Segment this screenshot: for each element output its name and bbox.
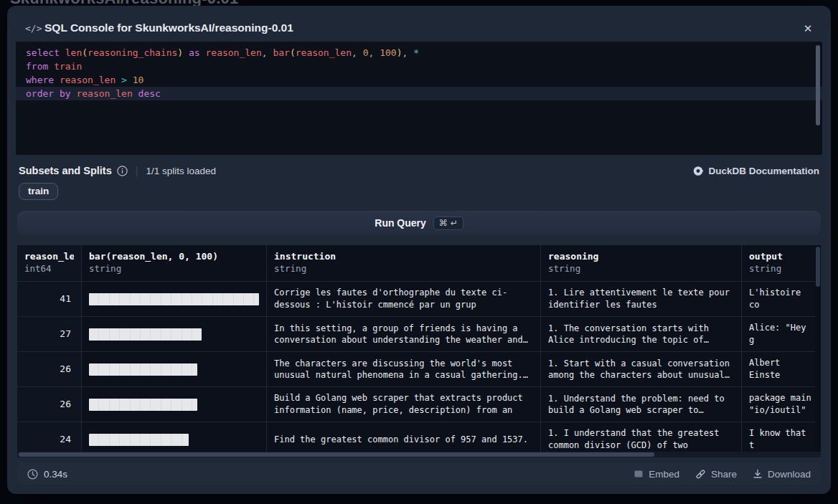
table-row[interactable]: 41Corrige les fautes d'orthographe du te… <box>17 281 821 316</box>
divider: | <box>136 165 138 176</box>
table-cell-instruction: The characters are discussing the world'… <box>266 352 540 386</box>
share-button[interactable]: Share <box>695 469 737 480</box>
page-backdrop: SkunkworksAI/reasoning-0.01 </> SQL Cons… <box>0 0 838 504</box>
table-cell-bar <box>81 352 266 386</box>
table-body: 41Corrige les fautes d'orthographe du te… <box>17 281 821 457</box>
sql-editor[interactable]: select len(reasoning_chains) as reason_l… <box>16 42 822 155</box>
column-header-bar-reason-len-0-100-: bar(reason_len, 0, 100)string <box>81 245 266 281</box>
splits-loaded-status: 1/1 splits loaded <box>146 166 216 176</box>
bar-fill <box>89 434 189 446</box>
column-header-output: outputstring <box>741 245 821 281</box>
embed-button[interactable]: Embed <box>634 469 679 480</box>
table-cell-bar <box>81 317 266 351</box>
results-table: reason_lenint64bar(reason_len, 0, 100)st… <box>17 245 821 457</box>
subsets-row: Subsets and Splits | 1/1 splits loaded D… <box>19 163 819 179</box>
table-cell-reasoning: 1. Start with a casual conversation amon… <box>540 352 741 386</box>
table-cell-reason-len: 26 <box>17 352 81 386</box>
column-header-reasoning: reasoningstring <box>540 245 741 281</box>
column-header-reason-len: reason_lenint64 <box>17 245 81 281</box>
table-row[interactable]: 26Build a Golang web scraper that extrac… <box>17 386 821 422</box>
table-cell-instruction: Corrige les fautes d'orthographe du text… <box>266 282 540 316</box>
split-chip-train[interactable]: train <box>19 183 58 200</box>
duckdb-logo-icon <box>693 166 704 176</box>
table-cell-output: L'histoire co informatique <box>741 282 821 316</box>
table-cell-reasoning: 1. Lire attentivement le texte pour iden… <box>540 282 741 316</box>
code-line: from train <box>16 60 822 73</box>
duckdb-doc-link[interactable]: DuckDB Documentation <box>693 166 819 176</box>
table-cell-bar <box>81 387 266 422</box>
table-cell-reasoning: 1. Understand the problem: need to build… <box>540 387 741 422</box>
code-line: where reason_len > 10 <box>16 73 822 87</box>
table-horizontal-scrollbar[interactable] <box>17 452 821 457</box>
keyboard-shortcut-badge: ⌘ ↵ <box>433 217 463 230</box>
table-row[interactable]: 26The characters are discussing the worl… <box>17 351 821 386</box>
table-cell-output: Albert Einste place called <box>741 352 821 386</box>
clock-icon <box>27 469 38 480</box>
footer-bar: 0.34s Embed Share Download <box>17 463 821 485</box>
table-vertical-scrollbar[interactable] <box>815 245 821 457</box>
table-cell-reason-len: 27 <box>17 317 81 351</box>
modal-title: SQL Console for SkunkworksAI/reasoning-0… <box>44 22 293 34</box>
table-cell-reason-len: 26 <box>17 387 81 422</box>
info-icon[interactable] <box>117 166 128 176</box>
code-lines: select len(reasoning_chains) as reason_l… <box>16 46 822 100</box>
code-line: order by reason_len desc <box>16 87 822 100</box>
bar-fill <box>89 293 259 305</box>
table-cell-instruction: Build a Golang web scraper that extracts… <box>266 387 540 422</box>
table-cell-bar <box>81 282 266 316</box>
table-cell-reason-len: 41 <box>17 282 81 316</box>
run-query-label: Run Query <box>375 217 426 229</box>
subsets-title: Subsets and Splits <box>19 165 112 176</box>
table-cell-reasoning: 1. The conversation starts with Alice in… <box>540 317 741 351</box>
bar-fill <box>89 363 197 376</box>
run-query-button[interactable]: Run Query ⌘ ↵ <box>17 211 821 235</box>
download-icon <box>753 469 763 479</box>
bar-fill <box>89 399 197 411</box>
sql-console-modal: </> SQL Console for SkunkworksAI/reasoni… <box>7 6 831 494</box>
column-header-instruction: instructionstring <box>266 245 540 281</box>
code-icon: </> <box>25 23 42 34</box>
bar-fill <box>89 328 202 341</box>
link-icon <box>695 469 706 480</box>
table-cell-output: package main "io/ioutil" " <box>741 387 821 422</box>
download-button[interactable]: Download <box>753 469 811 480</box>
table-cell-output: Alice: "Hey g meteorologist <box>741 317 821 351</box>
code-line: select len(reasoning_chains) as reason_l… <box>16 46 822 60</box>
editor-scrollbar[interactable] <box>816 45 820 125</box>
table-cell-instruction: In this setting, a group of friends is h… <box>266 317 540 351</box>
close-icon[interactable]: ✕ <box>799 20 816 37</box>
embed-icon <box>634 469 644 479</box>
table-row[interactable]: 27In this setting, a group of friends is… <box>17 316 821 351</box>
query-time: 0.34s <box>27 469 67 480</box>
table-header: reason_lenint64bar(reason_len, 0, 100)st… <box>17 245 821 281</box>
